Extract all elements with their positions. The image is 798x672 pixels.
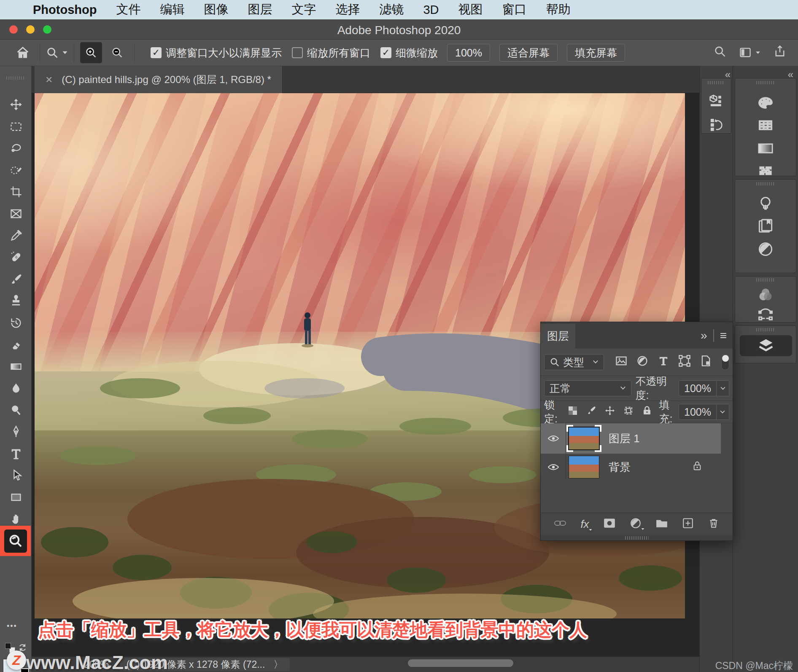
new-layer-icon[interactable]	[682, 517, 694, 531]
crop-tool[interactable]	[4, 182, 28, 202]
home-button[interactable]	[16, 46, 30, 59]
gradient-tool[interactable]	[4, 357, 28, 376]
new-group-folder-icon[interactable]	[655, 518, 668, 530]
layers-panel-dock-button[interactable]	[740, 335, 792, 356]
lock-transparency-icon[interactable]	[567, 405, 578, 419]
move-tool[interactable]	[4, 95, 28, 114]
chevron-right-icon[interactable]: 〉	[273, 658, 283, 671]
layers-tab[interactable]: 图层	[541, 324, 575, 349]
properties-panel-icon[interactable]	[701, 94, 731, 108]
blend-mode-select[interactable]: 正常	[544, 380, 631, 396]
menu-item-image[interactable]: 图像	[204, 1, 228, 18]
search-icon[interactable]	[714, 45, 726, 60]
visibility-eye-icon[interactable]	[541, 423, 566, 454]
layer-filter-select[interactable]: 类型	[544, 354, 604, 370]
frame-tool[interactable]	[4, 204, 28, 223]
rectangle-shape-tool[interactable]	[4, 487, 28, 507]
layer-name[interactable]: 背景	[609, 460, 631, 475]
menu-item-help[interactable]: 帮助	[546, 1, 571, 18]
lock-position-icon[interactable]	[604, 405, 615, 419]
zoom-in-mode-button[interactable]	[80, 42, 102, 63]
zoom-100-button[interactable]: 100%	[447, 44, 490, 62]
fit-screen-button[interactable]: 适合屏幕	[499, 44, 558, 62]
resize-windows-checkbox[interactable]: ✓ 调整窗口大小以满屏显示	[151, 46, 282, 60]
layer-row-background[interactable]: 背景	[541, 454, 721, 480]
horizontal-scrollbar-thumb[interactable]	[408, 659, 513, 667]
zoom-tool[interactable]	[4, 530, 27, 553]
lock-pixels-icon[interactable]	[586, 405, 597, 419]
type-tool[interactable]	[4, 444, 28, 463]
eraser-tool[interactable]	[4, 335, 28, 354]
share-icon[interactable]	[774, 45, 786, 60]
channels-panel-icon[interactable]	[735, 287, 796, 304]
layer-name[interactable]: 图层 1	[609, 431, 640, 446]
fill-input[interactable]: 100%	[679, 404, 729, 420]
scrubby-zoom-checkbox[interactable]: ✓ 细微缩放	[380, 46, 438, 60]
history-brush-tool[interactable]	[4, 313, 28, 333]
filter-smart-objects-icon[interactable]	[699, 355, 712, 370]
zoom-out-mode-button[interactable]	[106, 42, 128, 63]
menu-item-type[interactable]: 文字	[291, 1, 316, 18]
panel-resize-grip[interactable]	[541, 535, 733, 540]
dock-section-channels	[735, 276, 796, 323]
gradients-panel-icon[interactable]	[735, 140, 796, 156]
zoom-tool-preset[interactable]	[46, 46, 68, 59]
patterns-panel-icon[interactable]	[735, 163, 796, 179]
document-tab-bar: × (C) painted hills.jpg @ 200% (图层 1, RG…	[32, 66, 699, 93]
filter-shape-layers-icon[interactable]	[678, 355, 691, 370]
color-panel-icon[interactable]	[735, 94, 796, 111]
menu-item-layer[interactable]: 图层	[248, 1, 272, 18]
eyedropper-tool[interactable]	[4, 226, 28, 245]
libraries-panel-icon[interactable]	[735, 218, 796, 234]
dodge-tool[interactable]	[4, 401, 28, 420]
layer-thumbnail[interactable]	[569, 456, 599, 478]
panel-menu-icon[interactable]: ≡	[720, 329, 727, 342]
path-selection-tool[interactable]	[4, 466, 28, 485]
workspace-switcher[interactable]	[739, 46, 761, 59]
fill-screen-button[interactable]: 填充屏幕	[567, 44, 625, 62]
delete-layer-trash-icon[interactable]	[708, 517, 720, 531]
brush-tool[interactable]	[4, 269, 28, 289]
layer-thumbnail[interactable]	[569, 427, 599, 450]
toolbar-grip[interactable]	[6, 76, 25, 80]
filter-type-layers-icon[interactable]	[657, 355, 670, 370]
zoom-all-windows-checkbox[interactable]: 缩放所有窗口	[292, 46, 370, 60]
lock-artboard-icon[interactable]	[623, 405, 634, 419]
layer-row-selected[interactable]: 图层 1	[541, 423, 721, 454]
opacity-input[interactable]: 100%	[679, 380, 729, 396]
document-tab[interactable]: × (C) painted hills.jpg @ 200% (图层 1, RG…	[35, 66, 283, 93]
close-tab-icon[interactable]: ×	[46, 73, 52, 86]
menu-app-name[interactable]: Photoshop	[33, 3, 97, 17]
menu-item-3d[interactable]: 3D	[423, 3, 439, 17]
new-adjustment-layer-icon[interactable]	[630, 517, 642, 531]
lock-all-icon[interactable]	[642, 405, 652, 419]
blur-tool[interactable]	[4, 379, 28, 398]
object-selection-tool[interactable]	[4, 160, 28, 180]
learn-panel-icon[interactable]	[735, 196, 796, 212]
clone-stamp-tool[interactable]	[4, 291, 28, 311]
menu-item-edit[interactable]: 编辑	[160, 1, 184, 18]
rectangular-marquee-tool[interactable]	[4, 117, 28, 136]
toolbar: •••	[0, 66, 32, 672]
menu-item-filter[interactable]: 滤镜	[379, 1, 404, 18]
menu-item-file[interactable]: 文件	[116, 1, 140, 18]
filter-pixel-layers-icon[interactable]	[615, 355, 628, 370]
paths-panel-icon[interactable]	[735, 306, 796, 323]
filter-adjustment-layers-icon[interactable]	[636, 355, 649, 370]
menu-item-select[interactable]: 选择	[335, 1, 360, 18]
visibility-eye-icon[interactable]	[541, 454, 566, 480]
edit-toolbar-ellipsis[interactable]: •••	[7, 622, 17, 631]
menu-item-view[interactable]: 视图	[458, 1, 483, 18]
filter-toggle-switch[interactable]	[721, 354, 729, 370]
pen-tool[interactable]	[4, 422, 28, 441]
history-panel-icon[interactable]	[701, 117, 731, 132]
add-mask-icon[interactable]	[603, 518, 616, 530]
layer-style-fx-icon[interactable]: fx	[580, 518, 589, 531]
healing-brush-tool[interactable]	[4, 247, 28, 267]
swatches-panel-icon[interactable]	[735, 117, 796, 133]
lasso-tool[interactable]	[4, 139, 28, 158]
menu-item-window[interactable]: 窗口	[502, 1, 527, 18]
adjustments-panel-icon[interactable]	[735, 241, 796, 257]
collapse-panel-icon[interactable]: »	[701, 329, 707, 342]
link-layers-icon[interactable]	[554, 519, 566, 530]
